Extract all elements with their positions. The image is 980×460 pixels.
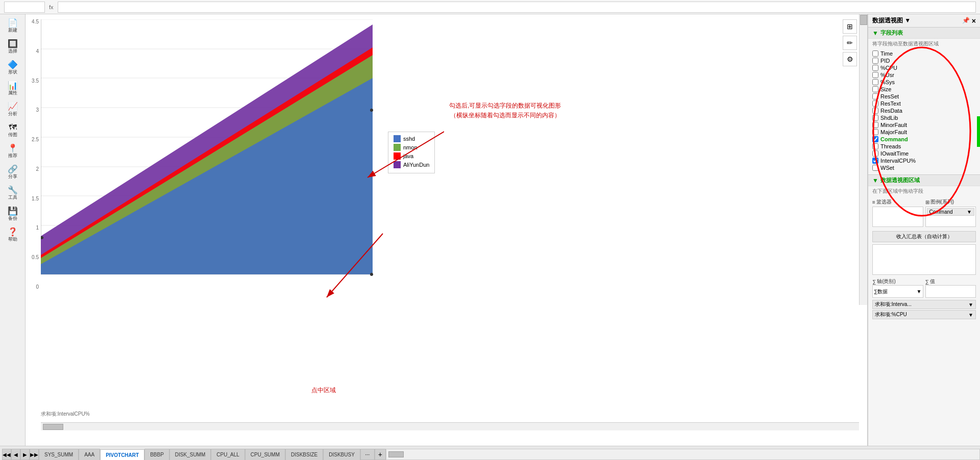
panel-title: 数据透视图 ▼ — [872, 16, 911, 25]
sidebar-btn-shape[interactable]: 🔷形状 — [2, 58, 24, 78]
field-item-Usr[interactable]: %Usr — [868, 71, 980, 79]
field-checkbox-ResSet[interactable] — [872, 93, 878, 99]
field-label-Command: Command — [880, 136, 908, 142]
tab-aaa[interactable]: AAA — [79, 449, 100, 460]
summary-btn[interactable]: 收入汇总表（自动计算） — [872, 231, 976, 242]
field-item-IntervalCPU[interactable]: IntervalCPU% — [868, 157, 980, 164]
chart-btn-2[interactable]: ✏ — [843, 36, 857, 50]
field-item-ResSet[interactable]: ResSet — [868, 93, 980, 100]
tab-pivotchart[interactable]: PIVOTCHART — [100, 449, 144, 460]
field-item-WSet[interactable]: WSet — [868, 164, 980, 171]
tab-add-btn[interactable]: + — [375, 449, 386, 460]
tab-more-btn[interactable]: ··· — [360, 449, 375, 460]
bottom-scrollbar[interactable] — [386, 449, 980, 460]
tab-nav-prev[interactable]: ◀ — [11, 449, 20, 460]
field-item-Command[interactable]: Command — [868, 136, 980, 143]
chart-hscrollbar[interactable] — [41, 422, 859, 430]
tab-sys_summ[interactable]: SYS_SUMM — [39, 449, 79, 460]
field-checkbox-Sys[interactable] — [872, 79, 878, 85]
field-item-Time[interactable]: Time — [868, 50, 980, 57]
chart-btn-1[interactable]: ⊞ — [843, 19, 857, 34]
field-item-ResText[interactable]: ResText — [868, 100, 980, 107]
chart-vscrollbar[interactable] — [859, 14, 867, 305]
field-checkbox-ResText[interactable] — [872, 100, 878, 107]
axis-dropdown-arrow[interactable]: ▼ — [917, 289, 922, 294]
tab-diskbsize[interactable]: DISKBSIZE — [285, 449, 323, 460]
legend-item-nmon: nmon — [394, 144, 429, 151]
field-item-PID[interactable]: PID — [868, 57, 980, 64]
field-item-MajorFault[interactable]: MajorFault — [868, 129, 980, 136]
field-label-Size: Size — [880, 86, 891, 92]
sidebar-label-backup: 备份 — [8, 215, 17, 222]
field-label-Usr: %Usr — [880, 72, 894, 78]
sidebar-btn-help[interactable]: ❓帮助 — [2, 225, 24, 245]
vscrollbar-thumb[interactable] — [860, 15, 867, 25]
field-checkbox-Time[interactable] — [872, 50, 878, 57]
field-checkbox-Command[interactable] — [872, 136, 878, 142]
bottom-scrollbar-thumb[interactable] — [388, 451, 404, 457]
field-item-MinorFault[interactable]: MinorFault — [868, 121, 980, 129]
sidebar-btn-share[interactable]: 🔗分享 — [2, 163, 24, 183]
value-drop-zone[interactable] — [925, 285, 976, 298]
sidebar-label-property: 属性 — [8, 90, 17, 96]
field-checkbox-ResData[interactable] — [872, 108, 878, 114]
tab-diskbusy[interactable]: DISKBUSY — [323, 449, 360, 460]
sidebar-btn-legend[interactable]: 🗺传图 — [2, 121, 24, 141]
axis-item-1[interactable]: 求和项:Interva... ▼ — [872, 300, 976, 309]
field-checkbox-PID[interactable] — [872, 58, 878, 64]
close-btn[interactable]: × — [972, 17, 976, 25]
name-box[interactable] — [4, 2, 45, 13]
chart-svg[interactable] — [41, 19, 378, 285]
field-item-ShdLib[interactable]: ShdLib — [868, 114, 980, 121]
field-item-IOwaitTime[interactable]: IOwaitTime — [868, 150, 980, 157]
legend-drop-zone[interactable]: Command ▼ — [925, 207, 976, 227]
value-col-header: ∑ 值 — [925, 278, 976, 285]
summary-drop-zone[interactable] — [872, 244, 976, 275]
field-checkbox-ShdLib[interactable] — [872, 115, 878, 121]
field-checkbox-CPU[interactable] — [872, 65, 878, 71]
field-checkbox-MinorFault[interactable] — [872, 122, 878, 128]
pin-btn[interactable]: 📌 — [962, 17, 970, 25]
formula-input[interactable] — [58, 2, 976, 13]
tab-nav-last[interactable]: ▶▶ — [30, 449, 39, 460]
sidebar-btn-tools[interactable]: 🔧工具 — [2, 184, 24, 203]
field-checkbox-WSet[interactable] — [872, 165, 878, 171]
field-checkbox-Usr[interactable] — [872, 72, 878, 78]
tab-nav-next[interactable]: ▶ — [20, 449, 30, 460]
axis-item-2[interactable]: 求和项:%CPU ▼ — [872, 310, 976, 319]
tab-bbbp[interactable]: BBBP — [144, 449, 169, 460]
axis-item-2-arrow[interactable]: ▼ — [968, 312, 973, 318]
field-item-Sys[interactable]: %Sys — [868, 79, 980, 86]
sidebar-label-share: 分享 — [8, 173, 17, 180]
sidebar-btn-select[interactable]: 🔲选择 — [2, 37, 24, 57]
field-item-ResData[interactable]: ResData — [868, 107, 980, 114]
tab-cpu_summ[interactable]: CPU_SUMM — [245, 449, 285, 460]
sidebar-btn-backup[interactable]: 💾备份 — [2, 205, 24, 224]
tab-nav-first[interactable]: ◀◀ — [2, 449, 11, 460]
sidebar-btn-new[interactable]: 📄新建 — [2, 16, 24, 36]
filter-drop-zone[interactable] — [872, 207, 923, 227]
field-checkbox-IntervalCPU[interactable] — [872, 158, 878, 164]
command-dropdown-arrow[interactable]: ▼ — [967, 209, 972, 215]
field-item-Threads[interactable]: Threads — [868, 143, 980, 150]
right-panel: 数据透视图 ▼ 📌 × ▼ 字段列表 将字段拖动至数据透视图区域 TimePID… — [868, 14, 980, 446]
field-item-Size[interactable]: Size — [868, 86, 980, 93]
sidebar-btn-property[interactable]: 📊属性 — [2, 79, 24, 99]
data-view-section: ▼ 数据透视图区域 在下面区域中拖动字段 ≡ 篮选器 ⊞ 图例(系列) — [868, 174, 980, 320]
axis-dropdown[interactable]: ∑数据 ▼ — [872, 285, 923, 298]
axis-item-1-arrow[interactable]: ▼ — [968, 302, 973, 308]
sidebar-icon-shape: 🔷 — [8, 61, 18, 69]
field-checkbox-IOwaitTime[interactable] — [872, 150, 878, 157]
sidebar-btn-recommend[interactable]: 📍推荐 — [2, 142, 24, 162]
field-checkbox-Size[interactable] — [872, 86, 878, 92]
field-checkbox-MajorFault[interactable] — [872, 129, 878, 135]
tab-cpu_all[interactable]: CPU_ALL — [211, 449, 244, 460]
hscrollbar-thumb[interactable] — [43, 424, 63, 430]
y-label-45: 4.5 — [32, 19, 39, 24]
chart-btn-3[interactable]: ⚙ — [843, 52, 857, 66]
field-checkbox-Threads[interactable] — [872, 143, 878, 149]
tab-disk_summ[interactable]: DISK_SUMM — [169, 449, 211, 460]
command-dropdown[interactable]: Command ▼ — [927, 208, 975, 216]
sidebar-btn-analyze[interactable]: 📈分析 — [2, 100, 24, 120]
field-item-CPU[interactable]: %CPU — [868, 64, 980, 71]
